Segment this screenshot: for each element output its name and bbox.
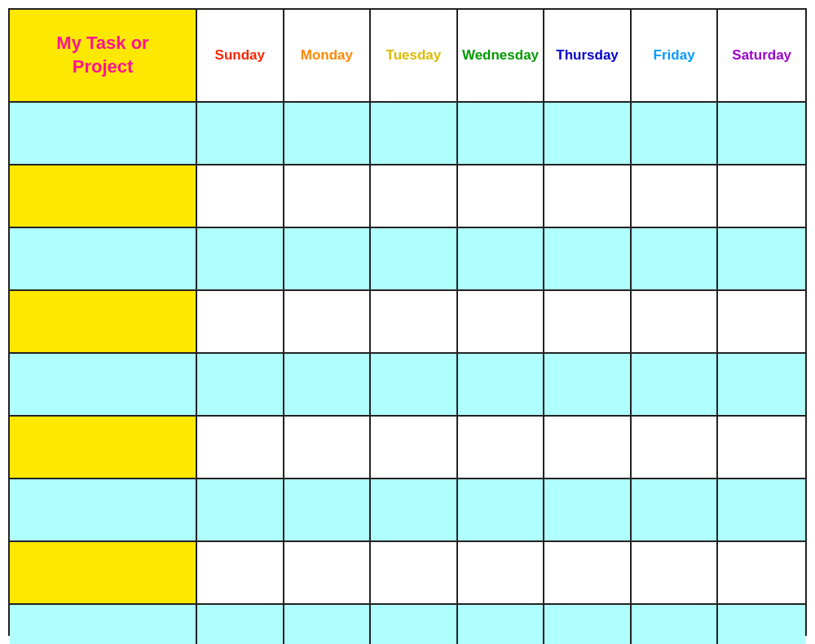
header-day-monday: Monday	[284, 10, 372, 101]
day-cell[interactable]	[544, 165, 632, 227]
task-cell[interactable]	[10, 354, 197, 415]
day-cell[interactable]	[284, 542, 372, 603]
day-cell[interactable]	[197, 228, 284, 289]
title-line1: My Task or	[56, 33, 148, 53]
day-cell[interactable]	[284, 605, 372, 644]
header-title-cell: My Task or Project	[10, 10, 197, 101]
day-cell[interactable]	[284, 291, 372, 352]
data-row	[10, 479, 805, 542]
task-cell[interactable]	[10, 291, 197, 352]
header-day-friday: Friday	[632, 10, 719, 101]
task-cell[interactable]	[10, 228, 197, 289]
day-cell[interactable]	[284, 479, 372, 540]
day-cell[interactable]	[718, 291, 805, 352]
task-cell[interactable]	[10, 605, 197, 644]
task-cell[interactable]	[10, 103, 197, 164]
data-row	[10, 228, 805, 291]
day-label-sunday: Sunday	[215, 47, 265, 64]
data-row	[10, 417, 805, 479]
task-cell[interactable]	[10, 417, 197, 478]
task-cell[interactable]	[10, 165, 197, 227]
day-cell[interactable]	[632, 291, 719, 352]
data-rows	[10, 103, 805, 644]
day-label-saturday: Saturday	[732, 47, 791, 64]
header-day-wednesday: Wednesday	[458, 10, 545, 101]
day-cell[interactable]	[632, 103, 719, 164]
day-cell[interactable]	[458, 354, 545, 415]
day-label-tuesday: Tuesday	[386, 47, 442, 64]
day-cell[interactable]	[632, 165, 719, 227]
day-cell[interactable]	[284, 228, 372, 289]
data-row	[10, 605, 805, 644]
day-cell[interactable]	[197, 417, 284, 478]
day-cell[interactable]	[632, 228, 719, 289]
day-cell[interactable]	[544, 228, 632, 289]
header-title-text: My Task or Project	[56, 32, 148, 78]
day-cell[interactable]	[458, 165, 545, 227]
day-cell[interactable]	[544, 291, 632, 352]
data-row	[10, 103, 805, 165]
day-cell[interactable]	[197, 605, 284, 644]
header-day-thursday: Thursday	[544, 10, 632, 101]
day-cell[interactable]	[284, 103, 372, 164]
day-cell[interactable]	[458, 103, 545, 164]
day-cell[interactable]	[544, 542, 632, 603]
day-cell[interactable]	[284, 417, 372, 478]
task-cell[interactable]	[10, 479, 197, 540]
day-label-friday: Friday	[654, 47, 695, 64]
day-cell[interactable]	[632, 605, 719, 644]
header-day-tuesday: Tuesday	[371, 10, 458, 101]
page-wrapper: My Task or Project SundayMondayTuesdayWe…	[8, 8, 807, 636]
task-cell[interactable]	[10, 542, 197, 603]
day-cell[interactable]	[632, 417, 719, 478]
day-cell[interactable]	[371, 165, 458, 227]
day-cell[interactable]	[544, 417, 632, 478]
day-cell[interactable]	[458, 605, 545, 644]
day-cell[interactable]	[458, 228, 545, 289]
day-cell[interactable]	[632, 542, 719, 603]
day-cell[interactable]	[544, 605, 632, 644]
day-cell[interactable]	[371, 103, 458, 164]
day-cell[interactable]	[197, 354, 284, 415]
day-cell[interactable]	[632, 354, 719, 415]
day-cell[interactable]	[284, 165, 372, 227]
day-cell[interactable]	[718, 103, 805, 164]
day-cell[interactable]	[371, 605, 458, 644]
day-cell[interactable]	[544, 354, 632, 415]
day-cell[interactable]	[197, 542, 284, 603]
day-cell[interactable]	[544, 479, 632, 540]
day-cell[interactable]	[458, 542, 545, 603]
day-cell[interactable]	[718, 165, 805, 227]
day-cell[interactable]	[197, 103, 284, 164]
day-cell[interactable]	[458, 291, 545, 352]
day-cell[interactable]	[197, 165, 284, 227]
header-day-sunday: Sunday	[197, 10, 284, 101]
day-cell[interactable]	[458, 417, 545, 478]
day-label-wednesday: Wednesday	[462, 47, 539, 64]
day-cell[interactable]	[718, 228, 805, 289]
day-cell[interactable]	[718, 354, 805, 415]
day-cell[interactable]	[284, 354, 372, 415]
data-row	[10, 291, 805, 354]
day-cell[interactable]	[718, 542, 805, 603]
day-cell[interactable]	[544, 103, 632, 164]
title-line2: Project	[73, 56, 134, 77]
day-cell[interactable]	[371, 542, 458, 603]
header-row: My Task or Project SundayMondayTuesdayWe…	[10, 10, 805, 103]
day-cell[interactable]	[371, 228, 458, 289]
day-cell[interactable]	[718, 605, 805, 644]
day-cell[interactable]	[371, 417, 458, 478]
day-cell[interactable]	[371, 479, 458, 540]
day-cell[interactable]	[718, 479, 805, 540]
data-row	[10, 165, 805, 228]
day-cell[interactable]	[718, 417, 805, 478]
day-cell[interactable]	[632, 479, 719, 540]
day-cell[interactable]	[197, 479, 284, 540]
day-cell[interactable]	[458, 479, 545, 540]
day-label-monday: Monday	[301, 47, 353, 64]
day-cell[interactable]	[371, 291, 458, 352]
table-container: My Task or Project SundayMondayTuesdayWe…	[10, 10, 805, 644]
day-cell[interactable]	[371, 354, 458, 415]
day-cell[interactable]	[197, 291, 284, 352]
data-row	[10, 354, 805, 417]
